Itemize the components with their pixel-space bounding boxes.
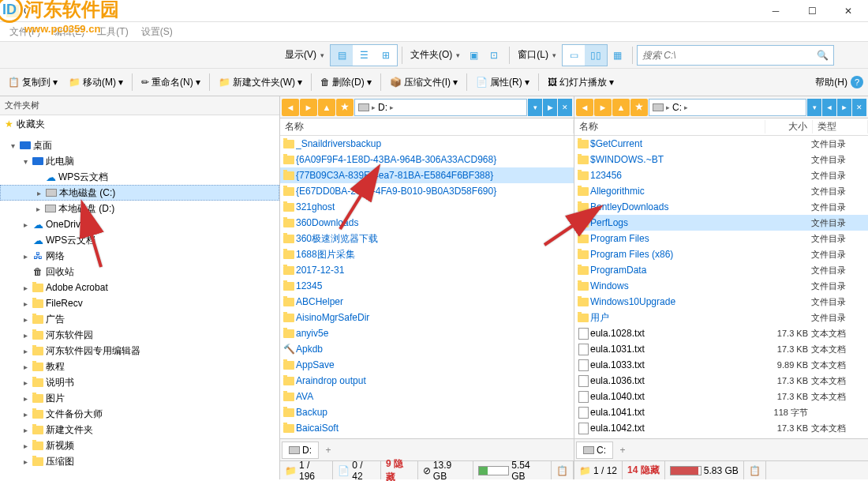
close-button[interactable]: ✕ [830,0,866,22]
nav-up-icon[interactable]: ▲ [318,99,335,116]
tree-twisty-icon[interactable]: ▸ [33,205,43,213]
file-row[interactable]: eula.1033.txt9.89 KB文本文档 [574,357,868,373]
tree-item[interactable]: ▸教程 [0,359,279,374]
file-row[interactable]: AVA [280,389,574,404]
view-tiles-icon[interactable]: ⊞ [375,45,397,66]
file-row[interactable]: AppSave [280,357,574,373]
tree-twisty-icon[interactable]: ▸ [21,426,30,434]
tree-item[interactable]: ▸本地磁盘 (D:) [0,201,279,216]
file-row[interactable]: Windows10Upgrade文件目录 [574,294,868,310]
window-dropdown[interactable]: 窗口(L)▾ [514,44,560,66]
file-row[interactable]: PerfLogs文件目录 [574,215,868,231]
col-name[interactable]: 名称 [280,120,574,133]
add-tab-icon[interactable]: + [615,442,630,458]
tree-item[interactable]: ▸☁OneDrive [0,216,279,232]
file-row[interactable]: Allegorithmic文件目录 [574,183,868,199]
moveto-button[interactable]: 📁移动(M)▾ [64,71,128,93]
nav-fav-icon[interactable]: ★ [630,99,648,116]
file-row[interactable]: _Snaildriversbackup [280,136,574,152]
minimize-button[interactable]: ─ [758,0,794,22]
tree-twisty-icon[interactable]: ▸ [21,299,30,308]
copyto-button[interactable]: 📋复制到▾ [3,71,62,93]
nav-fwd-icon[interactable]: ► [300,99,317,116]
nav-close-icon[interactable]: ✕ [558,99,572,116]
col-type[interactable]: 类型 [813,120,868,133]
view-list-icon[interactable]: ☰ [353,45,375,66]
tree-item[interactable]: ▸广告 [0,311,279,327]
file-row[interactable]: eula.1031.txt17.3 KB文本文档 [574,341,868,357]
file-row[interactable]: Program Files (x86)文件目录 [574,246,868,262]
nav-dd-icon[interactable]: ▾ [528,99,542,116]
tree-item[interactable]: ▸🖧网络 [0,248,279,264]
tree-twisty-icon[interactable]: ▸ [21,252,30,261]
left-path[interactable]: ▸ D: ▸ [354,99,527,116]
slideshow-button[interactable]: 🖼幻灯片播放▾ [543,71,619,93]
file-row[interactable]: Araindrop output [280,373,574,389]
file-row[interactable]: Backup [280,404,574,420]
file-row[interactable]: 360Downloads [280,215,574,231]
file-row[interactable]: eula.1042.txt17.3 KB文本文档 [574,420,868,436]
menu-file[interactable]: 文件(F) [5,24,45,40]
help-button[interactable]: 帮助(H)? [815,76,863,89]
file-row[interactable]: $WINDOWS.~BT文件目录 [574,152,868,167]
menu-settings[interactable]: 设置(S) [137,24,178,40]
nav-fwd-icon[interactable]: ► [594,99,612,116]
file-row[interactable]: eula.1028.txt17.3 KB文本文档 [574,325,868,341]
file-row[interactable]: BaicaiSoft [280,420,574,436]
nav-close-icon[interactable]: ✕ [852,99,866,116]
right-tab[interactable]: C: [576,442,613,459]
file-row[interactable]: AisinoMgrSafeDir [280,310,574,325]
tree-item[interactable]: ☁WPS云文档 [0,232,279,248]
nav-prev-icon[interactable]: ◄ [822,99,836,116]
file-row[interactable]: BentleyDownloads文件目录 [574,199,868,215]
nav-next-icon[interactable]: ► [837,99,851,116]
file-row[interactable]: 用户文件目录 [574,310,868,325]
tree-item[interactable]: ▸新建文件夹 [0,422,279,438]
maximize-button[interactable]: ☐ [794,0,830,22]
rename-button[interactable]: ✏重命名(N)▾ [137,71,205,93]
tree-item[interactable]: 🗑回收站 [0,264,279,280]
compress-button[interactable]: 📦压缩文件(I)▾ [385,71,462,93]
tree-twisty-icon[interactable]: ▸ [21,410,30,419]
nav-go-icon[interactable]: ▶ [543,99,557,116]
tree-twisty-icon[interactable]: ▸ [21,363,30,371]
tree-twisty-icon[interactable]: ▸ [21,284,30,292]
tree-twisty-icon[interactable]: ▸ [21,457,30,466]
add-tab-icon[interactable]: + [320,442,336,458]
nav-dd-icon[interactable]: ▾ [807,99,821,116]
file-row[interactable]: 12345 [280,278,574,294]
file-row[interactable]: 1688图片采集 [280,246,574,262]
tree-item[interactable]: ▸本地磁盘 (C:) [0,185,279,201]
tree-twisty-icon[interactable]: ▸ [21,347,30,355]
view-details-icon[interactable]: ▤ [331,45,353,66]
tree-item[interactable]: ▸说明书 [0,374,279,390]
tree-twisty-icon[interactable]: ▸ [21,442,30,450]
tree-item[interactable]: ▸河东软件园专用编辑器 [0,343,279,359]
tree-twisty-icon[interactable]: ▸ [21,315,30,324]
tree-twisty-icon[interactable]: ▸ [21,394,30,403]
nav-back-icon[interactable]: ◄ [576,99,593,116]
file-row[interactable]: $GetCurrent文件目录 [574,136,868,152]
file-row[interactable]: 2017-12-31 [280,262,574,278]
nav-fav-icon[interactable]: ★ [336,99,354,116]
col-name[interactable]: 名称 [574,120,765,133]
file-row[interactable]: {77B09C3A-839E-4ea7-81BA-E5864F6BF388} [280,167,574,183]
properties-button[interactable]: 📄属性(R)▾ [471,71,534,93]
left-tab[interactable]: D: [282,442,319,459]
right-path[interactable]: ▸ C: ▸ [649,99,806,116]
view-dropdown[interactable]: 显示(V)▾ [281,44,328,66]
file-row[interactable]: Windows文件目录 [574,278,868,294]
file-row[interactable]: 🔨Apkdb [280,341,574,357]
tree-item[interactable]: ▸图片 [0,390,279,406]
tree-twisty-icon[interactable]: ▸ [21,331,30,340]
tree-item[interactable]: ▸压缩图 [0,453,279,469]
file-row[interactable]: 123456文件目录 [574,167,868,183]
menu-edit[interactable]: 编辑(E) [48,24,89,40]
file-row[interactable]: eula.1040.txt17.3 KB文本文档 [574,389,868,404]
tree-item[interactable]: ▸Adobe Acrobat [0,280,279,295]
col-size[interactable]: 大小 [765,120,813,133]
file-row[interactable]: ABCHelper [280,294,574,310]
tree-twisty-icon[interactable]: ▾ [21,157,30,166]
search-input[interactable] [642,50,817,61]
file-row[interactable]: 321ghost [280,199,574,215]
